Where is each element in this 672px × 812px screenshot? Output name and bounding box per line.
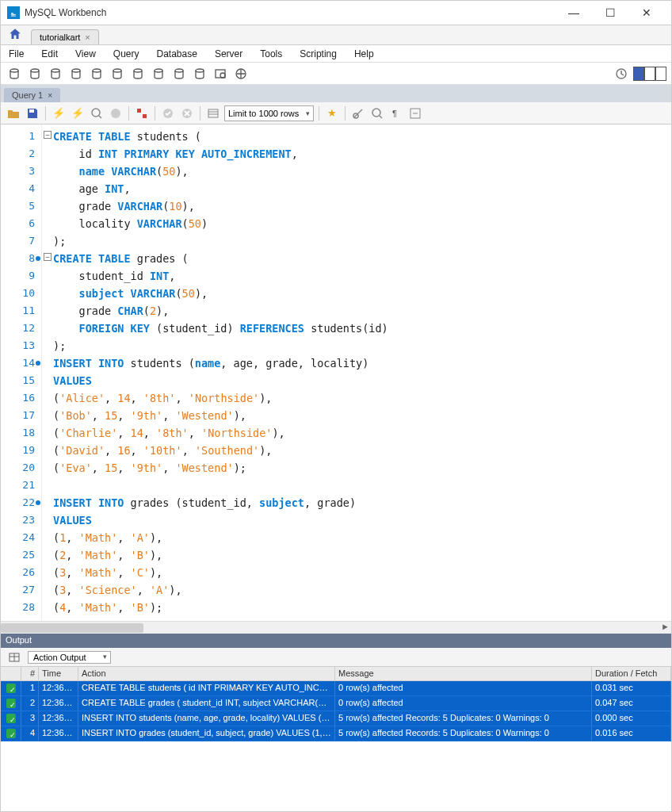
menu-file[interactable]: File [6,47,27,61]
toggle-autocommit-icon[interactable] [134,105,150,121]
minimize-button[interactable]: — [556,1,592,25]
row-limit-dropdown[interactable]: Limit to 1000 rows [224,105,314,121]
bottom-panel-toggle[interactable] [644,67,655,81]
fold-toggle[interactable]: − [44,253,52,261]
stop-icon[interactable] [108,105,124,121]
right-panel-toggle[interactable] [655,67,666,81]
reconnect-icon[interactable] [613,65,630,82]
toolbar-icon-4[interactable] [67,65,85,82]
svg-point-16 [111,109,120,118]
connection-tab-label: tutorialkart [40,33,80,42]
output-grid-body: ✓112:36:52CREATE TABLE students ( id INT… [1,681,671,741]
col-message[interactable]: Message [335,667,592,680]
query-tab[interactable]: Query 1 × [4,88,60,102]
toggle-whitespace-icon[interactable] [205,105,221,121]
query-tab-strip: Query 1 × [1,85,671,102]
panel-toggle-buttons[interactable] [633,67,666,81]
svg-point-15 [92,109,100,117]
connection-tab[interactable]: tutorialkart × [31,29,99,44]
svg-point-0 [10,69,18,72]
close-button[interactable]: ✕ [628,1,665,25]
execute-icon[interactable]: ⚡ [51,105,67,121]
main-toolbar [1,63,671,85]
home-icon[interactable] [4,24,26,44]
svg-point-1 [31,69,39,72]
svg-point-4 [93,69,101,72]
new-sql-tab-icon[interactable] [6,65,23,82]
col-time[interactable]: Time [39,667,78,680]
search-icon[interactable] [369,105,385,121]
svg-point-11 [220,73,225,78]
output-grid-icon[interactable] [6,649,23,666]
editor-h-scrollbar[interactable]: ◄ ► [1,621,671,634]
svg-rect-18 [143,114,147,118]
output-row[interactable]: ✓312:36:53INSERT INTO students (name, ag… [1,711,671,726]
wrap-icon[interactable] [407,105,423,121]
toolbar-icon-6[interactable] [109,65,126,82]
col-status [1,667,21,680]
menu-server[interactable]: Server [212,47,246,61]
col-num[interactable]: # [21,667,39,680]
output-type-label: Action Output [33,653,86,662]
toolbar-icon-10[interactable] [191,65,208,82]
left-panel-toggle[interactable] [633,67,644,81]
open-file-icon[interactable] [6,105,21,121]
fold-toggle[interactable]: − [44,131,52,139]
success-icon: ✓ [6,729,16,738]
menu-database[interactable]: Database [154,47,200,61]
toolbar-icon-12[interactable] [232,65,250,82]
output-row[interactable]: ✓212:36:52CREATE TABLE grades ( student_… [1,696,671,711]
svg-point-9 [196,69,204,72]
toolbar-icon-3[interactable] [47,65,64,82]
toolbar-icon-11[interactable] [212,65,229,82]
svg-point-2 [52,69,59,72]
output-row[interactable]: ✓112:36:52CREATE TABLE students ( id INT… [1,681,671,696]
scroll-right-icon[interactable]: ► [661,622,670,631]
menu-edit[interactable]: Edit [38,47,61,61]
output-panel-header: Output [1,634,671,648]
code-area[interactable]: −CREATE TABLE students ( id INT PRIMARY … [42,124,671,621]
find-icon[interactable] [350,105,366,121]
svg-point-7 [155,69,162,72]
connection-tab-strip: tutorialkart × [1,25,671,45]
toolbar-icon-7[interactable] [129,65,147,82]
output-row[interactable]: ✓412:36:53INSERT INTO grades (student_id… [1,726,671,741]
rollback-icon[interactable] [179,105,195,121]
svg-point-5 [113,69,121,72]
output-type-dropdown[interactable]: Action Output [28,651,111,664]
query-tab-close-icon[interactable]: × [48,91,52,100]
line-gutter: 1234567891011121314151617181920212223242… [1,124,42,621]
output-selector-bar: Action Output [1,648,671,667]
app-icon: ⎁ [7,6,20,19]
explain-icon[interactable] [89,105,105,121]
svg-point-8 [175,69,183,72]
execute-current-icon[interactable]: ⚡ [70,105,86,121]
toolbar-icon-5[interactable] [88,65,105,82]
output-grid-header: # Time Action Message Duration / Fetch [1,667,671,681]
title-bar: ⎁ MySQL Workbench — ☐ ✕ [1,1,671,25]
tab-close-icon[interactable]: × [85,33,90,42]
menu-help[interactable]: Help [351,47,377,61]
svg-point-23 [372,109,380,117]
menu-tools[interactable]: Tools [257,47,285,61]
open-sql-icon[interactable] [26,65,44,82]
success-icon: ✓ [6,714,16,723]
svg-point-6 [134,69,142,72]
col-duration[interactable]: Duration / Fetch [592,667,671,680]
save-icon[interactable] [25,105,40,121]
col-action[interactable]: Action [78,667,335,680]
svg-text:¶: ¶ [392,109,397,118]
sql-editor[interactable]: 1234567891011121314151617181920212223242… [1,124,671,621]
toolbar-icon-8[interactable] [150,65,167,82]
row-limit-label: Limit to 1000 rows [228,109,299,118]
toggle-invisible-icon[interactable]: ¶ [388,105,404,121]
commit-icon[interactable] [160,105,176,121]
beautify-icon[interactable]: ★ [324,105,340,121]
svg-rect-17 [137,109,141,113]
scroll-thumb[interactable] [1,623,143,633]
maximize-button[interactable]: ☐ [592,1,628,25]
menu-view[interactable]: View [72,47,99,61]
menu-scripting[interactable]: Scripting [296,47,340,61]
menu-query[interactable]: Query [110,47,143,61]
toolbar-icon-9[interactable] [170,65,188,82]
